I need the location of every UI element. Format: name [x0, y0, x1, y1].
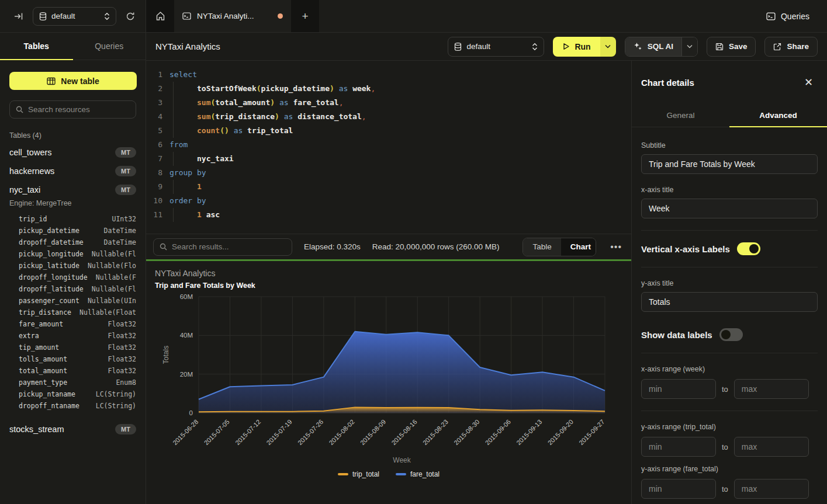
xrange-max-input[interactable] — [734, 379, 809, 399]
svg-text:2015-08-16: 2015-08-16 — [390, 418, 418, 446]
sql-token: as — [234, 126, 243, 135]
sql-token — [243, 126, 247, 135]
yaxis-title-input[interactable] — [641, 292, 818, 312]
sql-token — [279, 112, 284, 121]
legend-item[interactable]: fare_total — [396, 470, 440, 478]
column-type: Float32 — [108, 342, 136, 353]
vertical-labels-row: Vertical x-axis Labels — [641, 242, 818, 255]
line-number: 6 — [146, 138, 162, 152]
line-code: from — [169, 138, 631, 152]
yrange-fare-max-input[interactable] — [734, 479, 809, 499]
column-name: pickup_datetime — [19, 225, 79, 237]
sql-token: from — [169, 140, 188, 149]
yrange-fare-min-input[interactable] — [641, 479, 716, 499]
svg-text:2015-09-27: 2015-09-27 — [577, 418, 605, 446]
column-type: Float32 — [108, 330, 136, 342]
new-tab-button[interactable]: + — [291, 0, 319, 32]
queries-button[interactable]: Queries — [766, 12, 809, 21]
home-tab-button[interactable] — [146, 0, 174, 32]
subtitle-input[interactable] — [641, 154, 818, 174]
sql-token: sum — [197, 112, 210, 121]
view-toggle-chart[interactable]: Chart — [561, 238, 596, 256]
editor-line[interactable]: 2toStartOfWeek(pickup_datetime) as week, — [146, 82, 631, 96]
editor-line[interactable]: 91 — [146, 180, 631, 194]
yrange-trip-max-input[interactable] — [734, 437, 809, 457]
toolbar-database-selector[interactable]: default — [448, 37, 544, 57]
close-icon[interactable]: ✕ — [804, 76, 813, 89]
results-search-input[interactable] — [172, 242, 286, 251]
refresh-icon[interactable] — [123, 9, 137, 23]
chart-plot: 020M40M60M2015-06-282015-07-052015-07-12… — [146, 290, 631, 471]
view-toggle: Table Chart — [523, 238, 596, 256]
resource-search-input[interactable] — [28, 105, 130, 114]
editor-line[interactable]: 1select — [146, 68, 631, 82]
search-icon — [160, 243, 167, 251]
sidebar-tab-queries[interactable]: Queries — [73, 33, 146, 60]
query-tab[interactable]: NYTaxi Analyti... — [174, 0, 291, 32]
editor-line[interactable]: 6from — [146, 138, 631, 152]
panel-tab-general[interactable]: General — [632, 104, 729, 127]
subtitle-label: Subtitle — [641, 141, 818, 150]
sql-ai-button[interactable]: SQL AI — [625, 37, 681, 56]
svg-text:0: 0 — [189, 409, 193, 416]
editor-line[interactable]: 5count() as trip_total — [146, 124, 631, 138]
engine-badge: MT — [115, 147, 136, 158]
column-row: extraFloat32 — [19, 330, 136, 342]
column-type: Enum8 — [116, 377, 136, 388]
line-number: 11 — [146, 208, 162, 222]
sql-token: , — [362, 112, 366, 121]
xaxis-title-input[interactable] — [641, 199, 818, 218]
legend-item[interactable]: trip_total — [338, 470, 379, 478]
editor-line[interactable]: 10order by — [146, 194, 631, 208]
sql-token: count — [197, 126, 220, 135]
editor-line[interactable]: 4sum(trip_distance) as distance_total, — [146, 110, 631, 124]
panel-tab-advanced[interactable]: Advanced — [729, 104, 827, 127]
svg-text:2015-06-28: 2015-06-28 — [171, 418, 199, 446]
editor-line[interactable]: 111 asc — [146, 208, 631, 222]
database-icon — [454, 43, 462, 51]
sidebar-tab-tables[interactable]: Tables — [0, 33, 73, 60]
chart-title: NYTaxi Analytics — [155, 269, 215, 278]
yrange-trip-min-input[interactable] — [641, 437, 716, 457]
column-name: trip_id — [19, 213, 47, 225]
column-row: payment_typeEnum8 — [19, 377, 136, 388]
editor-line[interactable]: 7nyc_taxi — [146, 152, 631, 166]
share-button[interactable]: Share — [764, 37, 818, 57]
elapsed-stat: Elapsed: 0.320s — [304, 242, 361, 251]
new-table-button[interactable]: New table — [9, 72, 137, 90]
sql-token: total_amount — [215, 98, 270, 107]
data-labels-toggle[interactable] — [719, 328, 743, 341]
run-options-caret[interactable] — [600, 37, 616, 57]
database-icon — [39, 12, 47, 20]
sql-ai-caret[interactable] — [681, 37, 697, 56]
more-options-icon[interactable]: ••• — [608, 242, 624, 252]
xaxis-title-label: x-axis title — [641, 186, 818, 194]
editor-line[interactable]: 8group by — [146, 166, 631, 180]
database-selector[interactable]: default — [33, 7, 116, 26]
line-code: 1 — [169, 180, 631, 194]
run-button-label: Run — [575, 42, 590, 51]
line-code: toStartOfWeek(pickup_datetime) as week, — [169, 82, 631, 96]
table-row-hackernews[interactable]: hackernews MT — [0, 162, 146, 180]
table-row-cell-towers[interactable]: cell_towers MT — [0, 143, 146, 162]
svg-text:2015-08-23: 2015-08-23 — [421, 418, 449, 446]
editor-line[interactable]: 3sum(total_amount) as fare_total, — [146, 96, 631, 110]
table-row-stocks-stream[interactable]: stocks_stream MT — [0, 420, 146, 439]
column-row: total_amountFloat32 — [19, 365, 136, 377]
line-number: 7 — [146, 152, 162, 166]
sql-editor[interactable]: 1select2toStartOfWeek(pickup_datetime) a… — [146, 61, 631, 234]
view-toggle-table[interactable]: Table — [523, 238, 560, 256]
column-type: Float32 — [108, 353, 136, 365]
column-type: Float32 — [108, 365, 136, 377]
vertical-labels-toggle[interactable] — [737, 242, 760, 255]
column-type: Nullable(Fl — [92, 248, 136, 260]
xrange-min-input[interactable] — [641, 379, 716, 399]
line-number: 4 — [146, 110, 162, 124]
save-button[interactable]: Save — [707, 37, 756, 57]
app-window: default NYTaxi Analyti... + — [0, 0, 827, 504]
collapse-sidebar-icon[interactable] — [12, 9, 26, 23]
run-button[interactable]: Run — [553, 37, 600, 57]
table-row-nyc-taxi[interactable]: nyc_taxi MT — [0, 180, 146, 199]
data-labels-row: Show data labels — [641, 328, 818, 341]
sql-token: nyc_taxi — [197, 154, 234, 163]
